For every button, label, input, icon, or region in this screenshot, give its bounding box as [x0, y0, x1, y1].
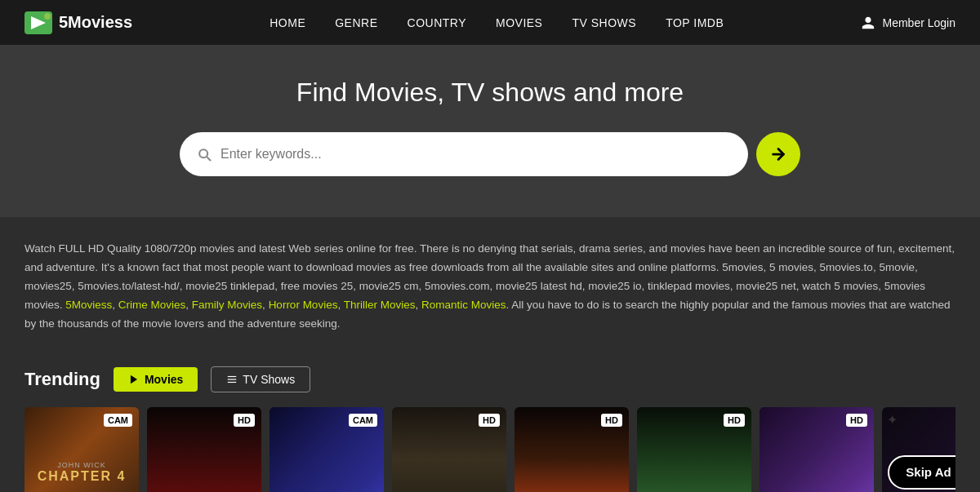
tab-movies-label: Movies — [145, 373, 183, 386]
quality-badge-hd-5: HD — [846, 414, 867, 427]
quality-badge-hd-3: HD — [601, 414, 622, 427]
search-button[interactable] — [756, 132, 800, 176]
movie-card-ad[interactable]: ✦ ✦ ✦ Skip Ad — [882, 407, 956, 492]
arrow-right-icon — [769, 145, 787, 163]
description-text: Watch FULL HD Quality 1080/720p movies a… — [24, 240, 956, 334]
search-icon — [196, 146, 212, 162]
search-bar — [180, 132, 800, 176]
link-5moviess[interactable]: 5Moviess — [65, 299, 112, 311]
link-romantic-movies[interactable]: Romantic Movies — [421, 299, 506, 311]
nav-country[interactable]: COUNTRY — [408, 16, 466, 29]
skip-ad-button[interactable]: Skip Ad — [888, 455, 956, 490]
tab-tv-label: TV Shows — [243, 373, 295, 386]
svg-marker-4 — [131, 375, 137, 383]
quality-badge-hd-2: HD — [479, 414, 500, 427]
movie-card-children[interactable]: CHILDREN OF THE CORN HD — [514, 407, 629, 492]
movie-card-john-wick[interactable]: JOHN WICK CHAPTER 4 CAM — [24, 407, 139, 492]
nav-tv-shows[interactable]: TV SHOWS — [572, 16, 636, 29]
link-thriller-movies[interactable]: Thriller Movies — [344, 299, 416, 311]
nav-genre[interactable]: GENRE — [335, 16, 377, 29]
logo-icon — [24, 11, 52, 34]
skip-ad-label: Skip Ad — [906, 465, 951, 479]
link-crime-movies[interactable]: Crime Movies — [118, 299, 186, 311]
trending-header: Trending Movies TV Shows — [24, 366, 956, 392]
header: 5Moviess HOME GENRE COUNTRY MOVIES TV SH… — [0, 0, 980, 45]
svg-point-2 — [44, 13, 51, 20]
quality-badge-cam-2: CAM — [349, 414, 377, 427]
trending-section: Trending Movies TV Shows JOHN WICK CHAPT… — [0, 350, 980, 492]
list-icon — [226, 374, 238, 385]
nav-movies[interactable]: MOVIES — [496, 16, 542, 29]
link-horror-movies[interactable]: Horror Movies — [269, 299, 338, 311]
member-login-button[interactable]: Member Login — [861, 16, 956, 30]
skip-ad-overlay: Skip Ad — [882, 407, 956, 492]
quality-badge-hd-4: HD — [724, 414, 745, 427]
tab-movies-button[interactable]: Movies — [114, 367, 198, 392]
logo[interactable]: 5Moviess — [24, 11, 132, 34]
movie-card-cocaine[interactable]: COCAINE BEAR HD — [637, 407, 751, 492]
nav-top-imdb[interactable]: TOP IMDB — [666, 16, 724, 29]
movie-card-shazam[interactable]: SHAZ FURY OF THE GODS CAM — [270, 407, 384, 492]
tab-tv-button[interactable]: TV Shows — [211, 366, 310, 392]
movie-card-winnie[interactable]: WINNIE THE POOH BLOOD AND HONEY HD — [147, 407, 261, 492]
link-family-movies[interactable]: Family Movies — [192, 299, 262, 311]
quality-badge-hd: HD — [234, 414, 255, 427]
search-input-wrapper — [180, 132, 748, 176]
nav-home[interactable]: HOME — [270, 16, 305, 29]
trending-title: Trending — [24, 369, 100, 390]
user-icon — [861, 16, 875, 30]
hero-section: Find Movies, TV shows and more — [0, 45, 980, 217]
movie-card-magician[interactable]: THE MAGICIAN'S ELEPHANT HD — [760, 407, 874, 492]
description-section: Watch FULL HD Quality 1080/720p movies a… — [0, 217, 980, 350]
movie-card-boston[interactable]: BOSTON STRANGLER HD — [392, 407, 506, 492]
quality-badge-cam: CAM — [104, 414, 132, 427]
main-nav: HOME GENRE COUNTRY MOVIES TV SHOWS TOP I… — [270, 16, 724, 29]
member-login-label: Member Login — [882, 16, 956, 29]
play-icon — [128, 374, 140, 385]
hero-title: Find Movies, TV shows and more — [16, 78, 964, 108]
logo-text: 5Moviess — [59, 13, 132, 32]
movie-grid: JOHN WICK CHAPTER 4 CAM WINNIE THE POOH … — [24, 407, 956, 492]
search-input[interactable] — [220, 147, 732, 162]
